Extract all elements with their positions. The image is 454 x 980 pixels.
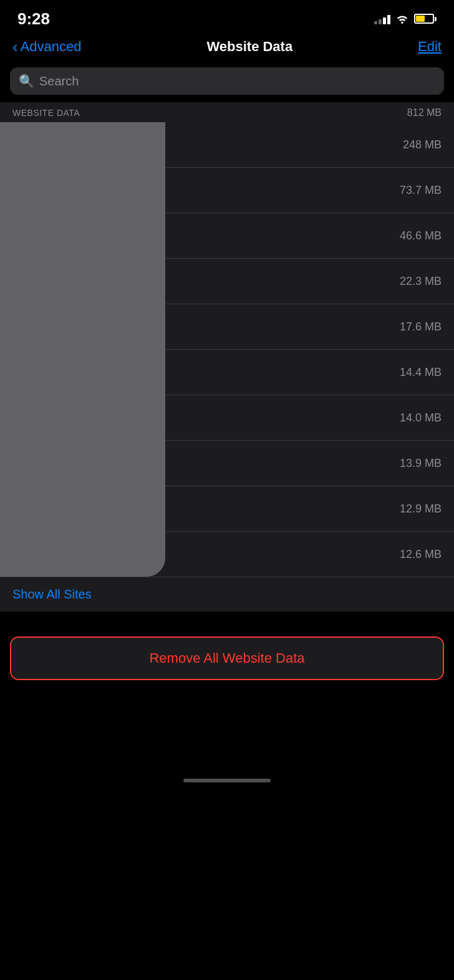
nav-bar: ‹ Advanced Website Data Edit bbox=[0, 34, 454, 62]
remove-all-website-data-button[interactable]: Remove All Website Data bbox=[11, 638, 443, 679]
site-size: 12.9 MB bbox=[400, 502, 442, 516]
site-size: 248 MB bbox=[403, 138, 442, 151]
site-size: 12.6 MB bbox=[400, 548, 442, 561]
status-time: 9:28 bbox=[17, 9, 50, 29]
remove-button-wrapper: Remove All Website Data bbox=[10, 637, 444, 680]
site-size: 17.6 MB bbox=[400, 320, 442, 334]
site-size: 46.6 MB bbox=[400, 229, 442, 243]
section-header: WEBSITE DATA 812 MB bbox=[0, 102, 454, 122]
signal-icon bbox=[374, 13, 390, 24]
site-size: 14.0 MB bbox=[400, 411, 442, 425]
section-gap bbox=[0, 612, 454, 637]
back-label: Advanced bbox=[21, 39, 82, 55]
bottom-area bbox=[0, 680, 454, 792]
status-icons bbox=[374, 13, 437, 24]
page-title: Website Data bbox=[206, 39, 292, 55]
site-size: 13.9 MB bbox=[400, 457, 442, 470]
chevron-left-icon: ‹ bbox=[12, 39, 18, 55]
section-label: WEBSITE DATA bbox=[12, 108, 80, 118]
site-size: 14.4 MB bbox=[400, 366, 442, 379]
show-all-sites-button[interactable]: Show All Sites bbox=[12, 587, 92, 601]
remove-section: Remove All Website Data bbox=[0, 637, 454, 680]
site-size: 73.7 MB bbox=[400, 184, 442, 197]
search-container: 🔍 Search bbox=[0, 62, 454, 102]
search-bar[interactable]: 🔍 Search bbox=[10, 67, 444, 95]
battery-icon bbox=[414, 14, 437, 24]
show-all-section: Show All Sites bbox=[0, 577, 454, 612]
site-size: 22.3 MB bbox=[400, 275, 442, 288]
search-icon: 🔍 bbox=[19, 74, 34, 89]
back-button[interactable]: ‹ Advanced bbox=[12, 39, 82, 55]
total-size: 812 MB bbox=[407, 107, 442, 118]
search-input[interactable]: Search bbox=[39, 74, 79, 89]
redacted-mask bbox=[0, 122, 165, 577]
edit-button[interactable]: Edit bbox=[418, 39, 442, 55]
svg-point-0 bbox=[401, 21, 403, 24]
wifi-icon bbox=[395, 14, 409, 24]
home-indicator bbox=[183, 779, 271, 782]
website-data-list: 248 MB 73.7 MB 46.6 MB 22.3 MB 17.6 MB bbox=[0, 122, 454, 577]
status-bar: 9:28 bbox=[0, 0, 454, 34]
